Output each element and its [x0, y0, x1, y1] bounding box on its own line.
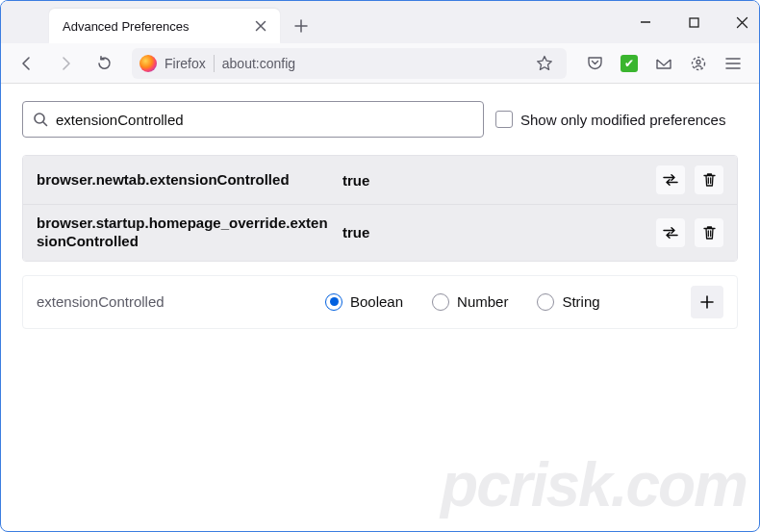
watermark: pcrisk.com	[441, 449, 747, 520]
trash-icon	[702, 172, 717, 188]
type-radio-boolean[interactable]: Boolean	[325, 293, 403, 311]
pref-name: browser.startup.homepage_override.extens…	[37, 215, 335, 251]
search-row: Show only modified preferences	[22, 101, 738, 138]
window-close-button[interactable]	[732, 13, 751, 32]
search-icon	[33, 112, 48, 127]
plus-icon	[294, 19, 308, 33]
pref-value: true	[342, 172, 648, 189]
window-maximize-button[interactable]	[684, 13, 703, 32]
nav-toolbar: Firefox about:config ✔	[1, 43, 759, 84]
tab-advanced-preferences[interactable]: Advanced Preferences	[49, 9, 280, 43]
account-button[interactable]	[682, 48, 715, 79]
new-tab-button[interactable]	[286, 11, 317, 41]
svg-rect-0	[690, 18, 698, 27]
trash-icon	[702, 225, 717, 241]
pref-name: browser.newtab.extensionControlled	[37, 171, 335, 190]
radio-icon	[432, 293, 449, 311]
url-text: about:config	[222, 56, 520, 71]
account-icon	[690, 55, 707, 72]
tab-close-button[interactable]	[251, 16, 270, 36]
about-config-content: Show only modified preferences browser.n…	[1, 84, 759, 346]
svg-point-2	[697, 60, 700, 63]
toolbar-right-icons: ✔	[578, 48, 749, 79]
window-minimize-button[interactable]	[636, 13, 655, 32]
tab-strip: Advanced Preferences	[1, 1, 759, 43]
minimize-icon	[640, 16, 651, 28]
pocket-button[interactable]	[578, 48, 611, 79]
new-pref-row: extensionControlled Boolean Number Strin…	[22, 275, 738, 329]
radio-icon	[325, 293, 342, 311]
window-controls	[636, 1, 751, 43]
extension-icon: ✔	[621, 55, 638, 72]
pref-value: true	[342, 224, 648, 241]
inbox-icon	[655, 55, 672, 72]
close-icon	[736, 16, 748, 29]
search-box	[22, 101, 484, 138]
type-radio-number[interactable]: Number	[432, 293, 508, 311]
add-pref-button[interactable]	[691, 286, 723, 318]
reload-icon	[96, 55, 113, 71]
star-icon	[536, 55, 553, 72]
radio-label: String	[562, 293, 599, 310]
delete-button[interactable]	[695, 218, 723, 247]
separator	[214, 55, 215, 72]
firefox-logo-icon	[139, 55, 157, 72]
identity-label: Firefox	[165, 56, 206, 71]
toggle-icon	[662, 173, 679, 187]
radio-icon	[537, 293, 554, 311]
maximize-icon	[689, 17, 699, 28]
checkbox-icon	[495, 111, 513, 128]
prefs-table: browser.newtab.extensionControlled true …	[22, 155, 738, 262]
arrow-left-icon	[18, 55, 36, 72]
search-input[interactable]	[56, 112, 473, 128]
hamburger-icon	[725, 57, 741, 70]
bookmark-button[interactable]	[528, 51, 561, 76]
app-menu-button[interactable]	[717, 48, 749, 79]
forward-button[interactable]	[49, 48, 82, 79]
arrow-right-icon	[57, 55, 74, 72]
show-only-modified-checkbox[interactable]: Show only modified preferences	[495, 111, 725, 128]
checkbox-label: Show only modified preferences	[520, 112, 725, 128]
pref-row[interactable]: browser.newtab.extensionControlled true	[23, 156, 737, 204]
toggle-icon	[662, 226, 679, 240]
new-pref-name: extensionControlled	[37, 293, 325, 310]
pref-actions	[656, 218, 723, 247]
delete-button[interactable]	[695, 165, 723, 194]
close-icon	[255, 20, 266, 32]
browser-window: Advanced Preferences	[0, 0, 760, 532]
pocket-icon	[587, 55, 603, 71]
plus-icon	[699, 294, 715, 310]
radio-label: Boolean	[350, 293, 403, 310]
pref-actions	[656, 165, 723, 194]
toggle-button[interactable]	[656, 218, 685, 247]
radio-label: Number	[457, 293, 508, 310]
reload-button[interactable]	[88, 48, 120, 79]
tab-title: Advanced Preferences	[63, 19, 243, 34]
extension-button[interactable]: ✔	[613, 48, 646, 79]
pref-row[interactable]: browser.startup.homepage_override.extens…	[23, 204, 737, 261]
type-radio-string[interactable]: String	[537, 293, 599, 311]
back-button[interactable]	[11, 48, 43, 79]
type-radio-group: Boolean Number String	[325, 293, 691, 311]
inbox-button[interactable]	[647, 48, 680, 79]
address-bar[interactable]: Firefox about:config	[132, 48, 567, 79]
toggle-button[interactable]	[656, 165, 685, 194]
